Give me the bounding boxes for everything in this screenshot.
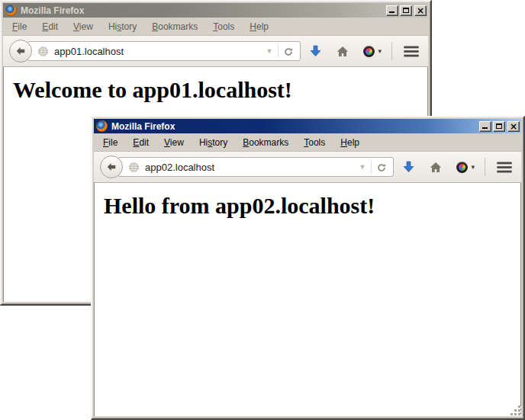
back-button[interactable] — [9, 40, 32, 63]
download-icon — [309, 44, 322, 58]
menu-file[interactable]: File — [95, 135, 125, 150]
toolbar-icons: ▾ — [301, 42, 422, 60]
url-dropdown-icon[interactable]: ▼ — [354, 162, 372, 172]
menu-edit[interactable]: Edit — [34, 19, 66, 34]
url-bar[interactable]: app01.localhost ▼ — [27, 41, 301, 61]
lens-caret-icon: ▾ — [471, 163, 475, 171]
url-text[interactable]: app01.localhost — [54, 46, 261, 57]
menu-view[interactable]: View — [156, 135, 192, 150]
menu-view[interactable]: View — [66, 19, 101, 34]
lens-button[interactable]: ▾ — [456, 162, 475, 173]
close-icon: × — [510, 123, 517, 130]
download-button[interactable] — [402, 160, 415, 174]
reload-button[interactable] — [278, 45, 297, 57]
menu-history[interactable]: History — [101, 19, 144, 34]
menu-history[interactable]: History — [192, 135, 235, 150]
titlebar[interactable]: Mozilla Firefox × — [3, 3, 428, 18]
minimize-button[interactable] — [479, 121, 491, 132]
navigation-toolbar: app01.localhost ▼ ▾ — [3, 35, 428, 67]
globe-icon[interactable] — [128, 162, 140, 173]
url-text[interactable]: app02.localhost — [145, 162, 354, 173]
firefox-icon[interactable] — [5, 5, 17, 16]
menu-bookmarks[interactable]: Bookmarks — [235, 135, 296, 150]
download-button[interactable] — [309, 44, 322, 58]
page-heading: Welcome to app01.localhost! — [13, 77, 427, 103]
menu-bar: File Edit View History Bookmarks Tools H… — [94, 133, 521, 151]
home-button[interactable] — [336, 45, 349, 58]
color-lens-icon — [363, 46, 375, 57]
maximize-icon — [403, 8, 409, 13]
maximize-icon — [496, 123, 502, 129]
menu-tools[interactable]: Tools — [296, 135, 333, 150]
menu-help[interactable]: Help — [242, 19, 276, 34]
lens-caret-icon: ▾ — [378, 47, 382, 55]
home-icon — [429, 161, 443, 174]
window-title: Mozilla Firefox — [111, 121, 478, 132]
menu-panel-button[interactable] — [404, 46, 419, 57]
menu-bookmarks[interactable]: Bookmarks — [144, 19, 205, 34]
maximize-button[interactable] — [493, 121, 505, 132]
menu-bar: File Edit View History Bookmarks Tools H… — [3, 18, 428, 35]
toolbar-separator — [485, 158, 485, 176]
reload-button[interactable] — [371, 161, 390, 173]
home-button[interactable] — [429, 161, 443, 174]
lens-button[interactable]: ▾ — [363, 46, 382, 57]
minimize-icon — [482, 127, 488, 129]
back-button[interactable] — [100, 155, 123, 178]
firefox-window-app02[interactable]: Mozilla Firefox × File Edit View History… — [91, 116, 525, 420]
page-content: Hello from app02.localhost! — [94, 183, 521, 416]
titlebar[interactable]: Mozilla Firefox × — [94, 119, 521, 133]
page-heading: Hello from app02.localhost! — [104, 193, 520, 219]
home-icon — [336, 45, 349, 58]
firefox-icon[interactable] — [96, 120, 108, 132]
globe-icon[interactable] — [37, 46, 49, 57]
close-button[interactable]: × — [414, 5, 427, 16]
reload-icon — [376, 162, 387, 173]
url-dropdown-icon[interactable]: ▼ — [261, 46, 279, 56]
resize-grip[interactable] — [511, 406, 520, 415]
color-lens-icon — [456, 162, 468, 173]
menu-edit[interactable]: Edit — [125, 135, 156, 150]
url-bar[interactable]: app02.localhost ▼ — [118, 157, 394, 177]
minimize-icon — [389, 11, 395, 13]
maximize-button[interactable] — [400, 5, 412, 16]
download-icon — [402, 160, 415, 174]
menu-panel-button[interactable] — [497, 162, 512, 173]
reload-icon — [283, 46, 294, 57]
toolbar-separator — [391, 42, 392, 60]
close-icon: × — [417, 7, 424, 14]
toolbar-icons: ▾ — [394, 158, 515, 176]
arrow-left-icon — [105, 161, 118, 173]
menu-help[interactable]: Help — [333, 135, 367, 150]
minimize-button[interactable] — [386, 5, 398, 16]
hamburger-icon — [404, 46, 419, 57]
window-title: Mozilla Firefox — [21, 5, 385, 16]
menu-file[interactable]: File — [5, 19, 34, 34]
menu-tools[interactable]: Tools — [205, 19, 242, 34]
hamburger-icon — [497, 162, 512, 173]
navigation-toolbar: app02.localhost ▼ ▾ — [94, 151, 521, 183]
arrow-left-icon — [14, 45, 27, 57]
close-button[interactable]: × — [507, 121, 520, 132]
